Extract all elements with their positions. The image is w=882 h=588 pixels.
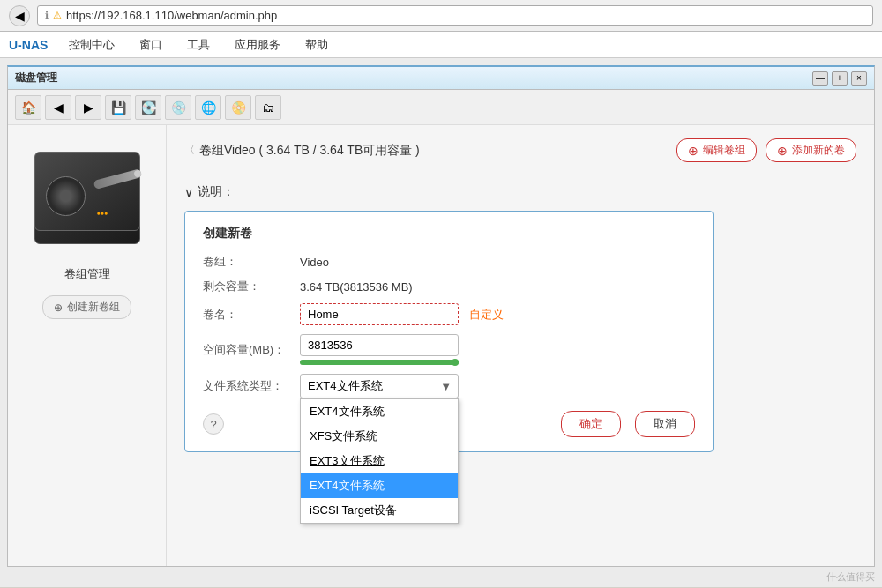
edit-volume-group-label: 编辑卷组 [703, 143, 745, 158]
menu-window[interactable]: 窗口 [136, 35, 166, 55]
progress-indicator [452, 359, 459, 366]
sidebar-volume-label: 卷组管理 [64, 266, 110, 282]
window-title: 磁盘管理 [15, 71, 57, 86]
window-panel: 磁盘管理 — + × 🏠 ◀ ▶ 💾 💽 💿 🌐 📀 🗂 [7, 65, 875, 567]
menu-app-services[interactable]: 应用服务 [231, 35, 284, 55]
progress-fill [300, 360, 459, 365]
help-button[interactable]: ? [203, 413, 224, 435]
plus-icon: ⊕ [54, 301, 63, 314]
toolbar-disk1-button[interactable]: 💾 [105, 95, 131, 120]
form-row-volume-group: 卷组： Video [203, 254, 695, 270]
toolbar-home-button[interactable]: 🏠 [15, 95, 41, 120]
window-titlebar: 磁盘管理 — + × [8, 67, 874, 90]
main-content: 〈 卷组Video ( 3.64 TB / 3.64 TB可用容量 ) ⊕ 编辑… [167, 125, 874, 566]
dropdown-item-iscsi[interactable]: iSCSI Target设备 [301, 498, 458, 523]
volume-group-value: Video [300, 256, 329, 269]
disk-arm [93, 168, 142, 190]
create-volume-group-label: 创建新卷组 [67, 300, 120, 315]
back-arrow-icon: ◀ [15, 9, 25, 23]
app-menubar: U-NAS 控制中心 窗口 工具 应用服务 帮助 [0, 32, 882, 58]
app-brand: U-NAS [9, 38, 48, 52]
remaining-value: 3.64 TB(3813536 MB) [300, 280, 413, 294]
toolbar-network-button[interactable]: 🌐 [195, 95, 221, 120]
section-chevron-icon: ∨ [184, 185, 193, 199]
custom-label-text: 自定义 [469, 307, 504, 323]
action-buttons: 确定 取消 [561, 411, 695, 437]
fs-label: 文件系统类型： [203, 378, 300, 394]
create-volume-group-button[interactable]: ⊕ 创建新卷组 [42, 295, 131, 319]
main-area: 磁盘管理 — + × 🏠 ◀ ▶ 💾 💽 💿 🌐 📀 🗂 [0, 58, 882, 587]
warning-icon: ⚠ [53, 10, 62, 21]
address-bar[interactable]: ℹ ⚠ https://192.168.1.110/webman/admin.p… [37, 5, 873, 26]
section-header: ∨ 说明： [184, 184, 856, 200]
space-progress-bar [300, 360, 459, 365]
menu-help[interactable]: 帮助 [302, 35, 332, 55]
create-volume-form: 创建新卷 卷组： Video 剩余容量： 3.64 TB(3813536 MB)… [184, 211, 714, 452]
section-title-text: 说明： [198, 184, 235, 200]
watermark: 什么值得买 [826, 570, 875, 584]
content-layout: ●●● 卷组管理 ⊕ 创建新卷组 〈 卷组Video ( 3.64 TB / 3… [8, 125, 874, 566]
form-title: 创建新卷 [203, 226, 695, 242]
fs-dropdown-menu: EXT4文件系统 XFS文件系统 EXT3文件系统 EXT4文件系统 iSCSI… [300, 398, 459, 524]
disk-label: ●●● [97, 210, 108, 216]
space-input[interactable] [300, 334, 459, 356]
menu-control-center[interactable]: 控制中心 [65, 35, 118, 55]
add-new-volume-button[interactable]: ⊕ 添加新的卷 [766, 138, 856, 162]
volume-name-label: 卷名： [203, 307, 300, 323]
minimize-button[interactable]: — [812, 71, 828, 86]
dropdown-item-ext4-1[interactable]: EXT4文件系统 [301, 399, 458, 424]
form-row-remaining: 剩余容量： 3.64 TB(3813536 MB) [203, 279, 695, 294]
edit-plus-icon: ⊕ [688, 144, 699, 158]
toolbar: 🏠 ◀ ▶ 💾 💽 💿 🌐 📀 🗂 [8, 90, 874, 125]
disk-front: ●●● [34, 152, 140, 231]
dropdown-item-xfs[interactable]: XFS文件系统 [301, 424, 458, 449]
dropdown-item-ext4-selected[interactable]: EXT4文件系统 [301, 473, 458, 498]
toolbar-disk4-button[interactable]: 📀 [225, 95, 251, 120]
close-button[interactable]: × [851, 71, 867, 86]
fs-dropdown[interactable]: EXT4文件系统 [300, 374, 459, 398]
cancel-button[interactable]: 取消 [635, 411, 695, 437]
remaining-label: 剩余容量： [203, 279, 300, 294]
toolbar-forward-button[interactable]: ▶ [75, 95, 101, 120]
maximize-button[interactable]: + [832, 71, 848, 86]
fs-dropdown-wrapper: EXT4文件系统 ▼ EXT4文件系统 XFS文件系统 EXT3文件系统 EXT… [300, 374, 459, 398]
sidebar: ●●● 卷组管理 ⊕ 创建新卷组 [8, 125, 167, 566]
info-icon: ℹ [45, 10, 49, 21]
form-row-space: 空间容量(MB)： [203, 334, 695, 365]
toolbar-disk2-button[interactable]: 💽 [135, 95, 161, 120]
confirm-button[interactable]: 确定 [561, 411, 621, 437]
toolbar-back-button[interactable]: ◀ [45, 95, 71, 120]
space-label: 空间容量(MB)： [203, 342, 300, 358]
chevron-left-icon: 〈 [184, 143, 195, 158]
hdd-image: ●●● [30, 138, 145, 253]
volume-header: 〈 卷组Video ( 3.64 TB / 3.64 TB可用容量 ) ⊕ 编辑… [184, 138, 856, 171]
add-plus-icon: ⊕ [777, 144, 788, 158]
add-new-volume-label: 添加新的卷 [792, 143, 845, 158]
menu-tools[interactable]: 工具 [183, 35, 213, 55]
back-button[interactable]: ◀ [9, 5, 30, 26]
volume-name-input[interactable] [300, 303, 459, 325]
volume-title-text: 卷组Video ( 3.64 TB / 3.64 TB可用容量 ) [199, 143, 420, 159]
toolbar-disk5-button[interactable]: 🗂 [255, 95, 281, 120]
fs-selected-text: EXT4文件系统 [308, 379, 383, 392]
url-text: https://192.168.1.110/webman/admin.php [66, 9, 277, 22]
browser-chrome: ◀ ℹ ⚠ https://192.168.1.110/webman/admin… [0, 0, 882, 32]
disk-circle-front [46, 176, 86, 216]
dropdown-item-ext3[interactable]: EXT3文件系统 [301, 449, 458, 473]
form-row-filesystem: 文件系统类型： EXT4文件系统 ▼ EXT4文件系统 XFS文件系统 EXT3… [203, 374, 695, 398]
window-controls: — + × [812, 71, 867, 86]
toolbar-disk3-button[interactable]: 💿 [165, 95, 191, 120]
form-row-volume-name: 卷名： 自定义 [203, 303, 695, 325]
volume-title: 〈 卷组Video ( 3.64 TB / 3.64 TB可用容量 ) [184, 143, 420, 159]
edit-volume-group-button[interactable]: ⊕ 编辑卷组 [676, 138, 757, 162]
volume-actions: ⊕ 编辑卷组 ⊕ 添加新的卷 [676, 138, 856, 162]
volume-group-label: 卷组： [203, 254, 300, 270]
